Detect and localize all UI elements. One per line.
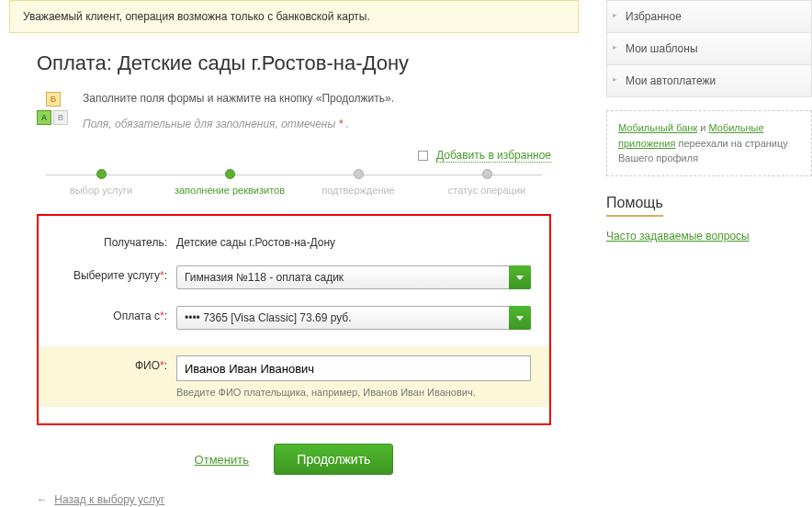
help-title: Помощь xyxy=(606,195,663,217)
fio-label: ФИО*: xyxy=(57,355,176,372)
fio-input[interactable] xyxy=(176,355,531,381)
page-title: Оплата: Детские сады г.Ростов-на-Дону xyxy=(9,51,579,75)
form-blocks-icon: БАВ xyxy=(37,92,70,129)
cancel-button[interactable]: Отменить xyxy=(195,453,249,467)
fio-hint: Введите ФИО плательщика, например, Ивано… xyxy=(176,387,531,398)
payfrom-select[interactable]: •••• 7365 [Visa Classic] 73.69 руб. xyxy=(176,306,531,330)
sidebar-note: Мобильный банк и Мобильные приложения пе… xyxy=(606,110,812,176)
instruction-line-2: Поля, обязательные для заполнения, отмеч… xyxy=(83,118,394,130)
sidebar-item-favorites[interactable]: Избранное xyxy=(607,1,811,33)
sidebar-item-templates[interactable]: Мои шаблоны xyxy=(607,33,811,65)
service-label: Выберите услугу*: xyxy=(57,265,176,282)
instructions: БАВ Заполните поля формы и нажмите на кн… xyxy=(9,92,579,130)
stepper: выбор услуги заполнение реквизитов подтв… xyxy=(9,169,579,196)
step-confirm: подтверждение xyxy=(294,169,423,196)
sidebar-menu: Избранное Мои шаблоны Мои автоплатежи xyxy=(606,0,812,97)
sidebar-item-autopay[interactable]: Мои автоплатежи xyxy=(607,65,811,96)
recipient-label: Получатель: xyxy=(57,232,176,249)
alert-banner: Уважаемый клиент, операция возможна толь… xyxy=(9,0,579,33)
continue-button[interactable]: Продолжить xyxy=(274,444,393,475)
add-favorite-link[interactable]: Добавить в избранное xyxy=(436,149,551,163)
recipient-value: Детские сады г.Ростов-на-Дону xyxy=(176,232,531,249)
service-select[interactable]: Гимназия №118 - оплата садик xyxy=(176,265,531,289)
payment-form: Получатель: Детские сады г.Ростов-на-Дон… xyxy=(37,214,551,425)
step-details: заполнение реквизитов xyxy=(165,169,294,196)
chevron-down-icon xyxy=(509,265,531,289)
favorite-checkbox[interactable] xyxy=(418,151,428,161)
faq-link[interactable]: Часто задаваемые вопросы xyxy=(606,230,750,242)
help-box: Помощь Часто задаваемые вопросы xyxy=(606,195,812,242)
mobile-bank-link[interactable]: Мобильный банк xyxy=(618,122,697,133)
step-service: выбор услуги xyxy=(37,169,165,196)
step-status: статус операции xyxy=(423,169,551,196)
chevron-down-icon xyxy=(509,306,531,330)
back-link[interactable]: Назад к выбору услуг xyxy=(54,493,164,506)
payfrom-label: Оплата с*: xyxy=(57,306,176,322)
instruction-line-1: Заполните поля формы и нажмите на кнопку… xyxy=(83,92,394,105)
arrow-left-icon: ← xyxy=(37,493,48,506)
